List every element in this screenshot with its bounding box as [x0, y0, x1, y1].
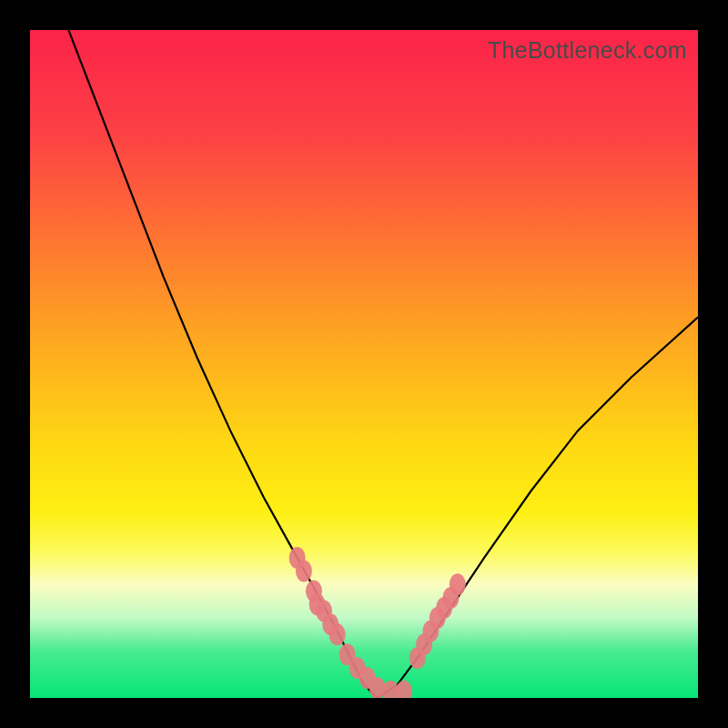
scatter-right — [410, 573, 466, 669]
curve-left — [64, 30, 378, 698]
chart-svg — [30, 30, 698, 698]
chart-frame: TheBottleneck.com — [0, 0, 728, 728]
data-marker — [329, 623, 346, 645]
plot-area: TheBottleneck.com — [30, 30, 698, 698]
data-marker — [450, 573, 466, 595]
scatter-left — [289, 547, 412, 698]
data-marker — [296, 561, 312, 582]
